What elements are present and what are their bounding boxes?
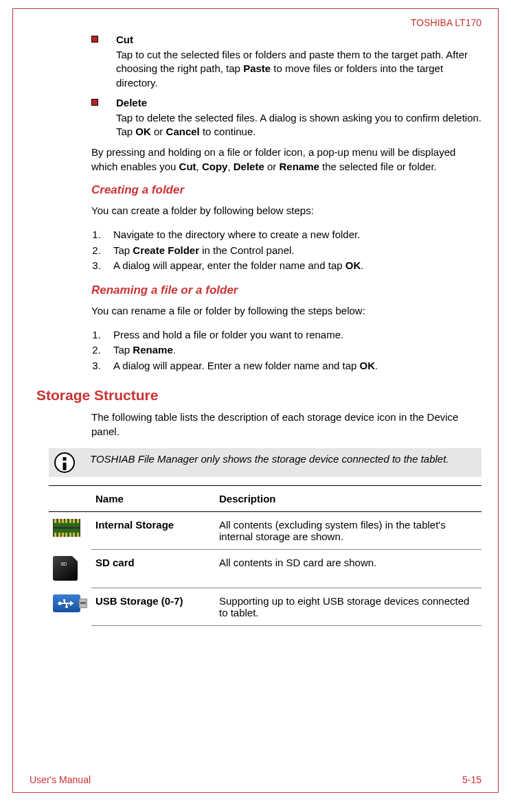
subhead-renaming: Renaming a file or a folder (91, 283, 481, 297)
table-row: Internal Storage All contents (excluding… (49, 511, 481, 549)
note-text: TOSHIAB File Manager only shows the stor… (90, 452, 449, 466)
list-item: Navigate to the directory where to creat… (104, 227, 481, 243)
bullet-title: Cut (116, 34, 133, 45)
storage-section: Storage Structure (36, 387, 481, 404)
bold: Delete (234, 161, 264, 172)
usb-plug-icon (79, 599, 87, 608)
text: Press and hold a file or folder you want… (113, 329, 343, 340)
cell-desc: Supporting up to eight USB storage devic… (215, 588, 481, 625)
bold: OK (345, 259, 361, 271)
usb-storage-icon (53, 594, 80, 612)
renaming-steps: Press and hold a file or folder you want… (104, 327, 481, 374)
info-icon (54, 452, 75, 473)
svg-rect-5 (66, 603, 67, 606)
subhead-creating-folder: Creating a folder (91, 183, 481, 197)
storage-table: Name Description Internal Storage All co… (49, 485, 481, 626)
table-row: SD card All contents in SD card are show… (49, 549, 481, 588)
text: or (264, 161, 280, 172)
bold: Copy (202, 161, 228, 172)
list-item: Press and hold a file or folder you want… (104, 327, 481, 343)
creating-intro: You can create a folder by following bel… (91, 204, 481, 218)
cell-name: SD card (91, 549, 215, 588)
list-item: A dialog will appear, enter the folder n… (104, 258, 481, 274)
cell-name: Internal Storage (91, 511, 215, 549)
main-content: Cut Tap to cut the selected files or fol… (91, 34, 481, 373)
cell-desc: All contents (excluding system files) in… (215, 511, 481, 549)
text: the selected file or folder. (319, 161, 437, 172)
list-item: A dialog will appear. Enter a new folder… (104, 358, 481, 374)
text: or (151, 126, 166, 137)
text: Tap (113, 244, 133, 256)
cell-icon (49, 511, 91, 549)
col-desc-header: Description (215, 485, 481, 511)
bullet-icon (91, 36, 98, 43)
list-item: Tap Create Folder in the Control panel. (104, 243, 481, 259)
internal-storage-icon (53, 519, 80, 537)
note-box: TOSHIAB File Manager only shows the stor… (49, 448, 481, 477)
sd-card-icon (53, 556, 78, 581)
creating-steps: Navigate to the directory where to creat… (104, 227, 481, 274)
bold: OK (360, 360, 376, 371)
cell-name: USB Storage (0-7) (91, 588, 215, 625)
bullet-title: Delete (116, 97, 147, 108)
text: in the Control panel. (199, 244, 294, 256)
h2-storage-structure: Storage Structure (36, 387, 481, 404)
bullet-cut: Cut (91, 34, 481, 45)
storage-content: The following table lists the descriptio… (91, 410, 481, 626)
footer-left: User's Manual (30, 774, 91, 785)
text: , (196, 161, 202, 172)
cell-icon (49, 549, 91, 588)
text: A dialog will appear, enter the folder n… (113, 259, 345, 271)
bold: OK (135, 126, 151, 137)
bullet-delete: Delete (91, 97, 481, 108)
bullet-delete-body: Tap to delete the selected files. A dial… (116, 111, 481, 139)
storage-intro: The following table lists the descriptio… (91, 410, 481, 439)
text: Navigate to the directory where to creat… (113, 229, 360, 240)
bullet-icon (91, 99, 98, 106)
svg-rect-3 (64, 601, 65, 603)
col-name-header: Name (91, 485, 215, 511)
bold: Create Folder (133, 244, 199, 256)
list-item: Tap Rename. (104, 343, 481, 358)
text: to continue. (200, 126, 256, 137)
bold: Cut (179, 161, 196, 172)
text: . (375, 360, 378, 371)
cell-desc: All contents in SD card are shown. (215, 549, 481, 588)
bold: Rename (280, 161, 319, 172)
table-header-row: Name Description (49, 485, 481, 511)
text: . (361, 259, 363, 271)
cell-icon (49, 588, 91, 625)
bold: Cancel (166, 126, 200, 137)
popup-paragraph: By pressing and holding on a file or fol… (91, 146, 481, 174)
table-row: USB Storage (0-7) Supporting up to eight… (49, 588, 481, 625)
col-icon-header (49, 485, 91, 511)
text: . (173, 344, 176, 356)
bold: Paste (243, 62, 271, 74)
text: A dialog will appear. Enter a new folder… (113, 360, 360, 371)
page-frame: TOSHIBA LT170 Cut Tap to cut the selecte… (12, 8, 499, 793)
bullet-cut-body: Tap to cut the selected files or folders… (116, 48, 481, 90)
footer-right: 5-15 (462, 774, 481, 785)
bold: Rename (133, 344, 172, 356)
footer: User's Manual 5-15 (30, 774, 481, 785)
text: Tap (113, 344, 133, 356)
text: , (227, 161, 233, 172)
header-model: TOSHIBA LT170 (30, 17, 481, 28)
renaming-intro: You can rename a file or folder by follo… (91, 304, 481, 318)
